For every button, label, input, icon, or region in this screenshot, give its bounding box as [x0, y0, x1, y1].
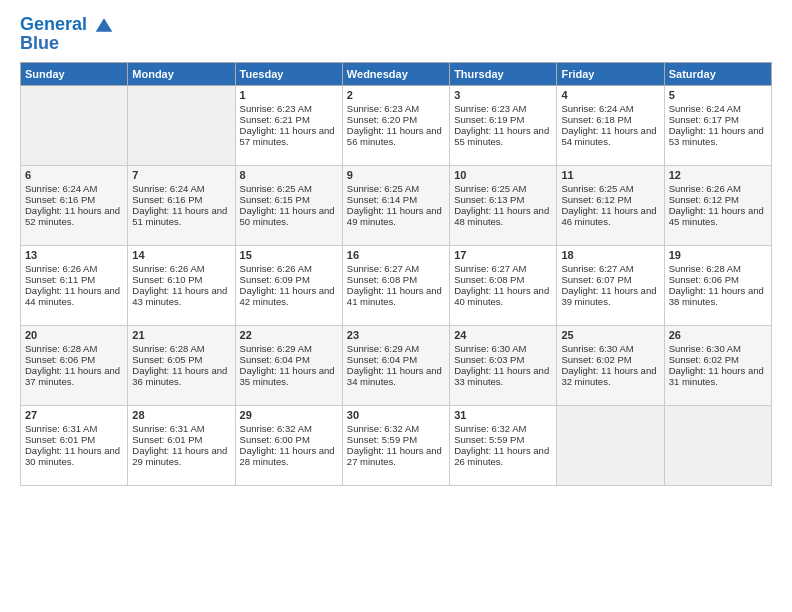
day-info: Daylight: 11 hours and 30 minutes.: [25, 445, 123, 467]
day-info: Sunset: 6:01 PM: [132, 434, 230, 445]
day-info: Sunrise: 6:26 AM: [132, 263, 230, 274]
day-info: Daylight: 11 hours and 27 minutes.: [347, 445, 445, 467]
day-info: Daylight: 11 hours and 43 minutes.: [132, 285, 230, 307]
day-number: 14: [132, 249, 230, 261]
day-number: 8: [240, 169, 338, 181]
weekday-header: Thursday: [450, 63, 557, 86]
day-number: 31: [454, 409, 552, 421]
logo-blue: Blue: [20, 33, 114, 54]
day-info: Sunrise: 6:24 AM: [669, 103, 767, 114]
day-info: Daylight: 11 hours and 35 minutes.: [240, 365, 338, 387]
calendar-cell: 23Sunrise: 6:29 AMSunset: 6:04 PMDayligh…: [342, 326, 449, 406]
calendar-header-row: SundayMondayTuesdayWednesdayThursdayFrid…: [21, 63, 772, 86]
day-info: Sunrise: 6:27 AM: [454, 263, 552, 274]
day-info: Sunrise: 6:30 AM: [561, 343, 659, 354]
day-info: Daylight: 11 hours and 36 minutes.: [132, 365, 230, 387]
day-info: Sunrise: 6:26 AM: [669, 183, 767, 194]
calendar-cell: 30Sunrise: 6:32 AMSunset: 5:59 PMDayligh…: [342, 406, 449, 486]
day-info: Sunrise: 6:32 AM: [347, 423, 445, 434]
day-info: Sunset: 6:17 PM: [669, 114, 767, 125]
day-number: 9: [347, 169, 445, 181]
day-info: Sunset: 6:01 PM: [25, 434, 123, 445]
day-info: Daylight: 11 hours and 45 minutes.: [669, 205, 767, 227]
day-info: Sunrise: 6:23 AM: [347, 103, 445, 114]
day-info: Sunset: 6:21 PM: [240, 114, 338, 125]
day-info: Sunset: 6:06 PM: [669, 274, 767, 285]
calendar-cell: 6Sunrise: 6:24 AMSunset: 6:16 PMDaylight…: [21, 166, 128, 246]
day-number: 23: [347, 329, 445, 341]
day-info: Daylight: 11 hours and 57 minutes.: [240, 125, 338, 147]
day-info: Daylight: 11 hours and 38 minutes.: [669, 285, 767, 307]
day-info: Sunset: 6:06 PM: [25, 354, 123, 365]
day-info: Daylight: 11 hours and 32 minutes.: [561, 365, 659, 387]
day-info: Daylight: 11 hours and 53 minutes.: [669, 125, 767, 147]
day-number: 6: [25, 169, 123, 181]
day-info: Daylight: 11 hours and 55 minutes.: [454, 125, 552, 147]
day-info: Sunrise: 6:25 AM: [454, 183, 552, 194]
day-info: Sunset: 6:02 PM: [669, 354, 767, 365]
day-info: Daylight: 11 hours and 33 minutes.: [454, 365, 552, 387]
weekday-header: Saturday: [664, 63, 771, 86]
day-info: Sunset: 6:04 PM: [240, 354, 338, 365]
weekday-header: Friday: [557, 63, 664, 86]
calendar-cell: 28Sunrise: 6:31 AMSunset: 6:01 PMDayligh…: [128, 406, 235, 486]
day-number: 4: [561, 89, 659, 101]
svg-marker-0: [96, 19, 113, 32]
day-info: Daylight: 11 hours and 41 minutes.: [347, 285, 445, 307]
day-info: Sunrise: 6:26 AM: [240, 263, 338, 274]
day-number: 1: [240, 89, 338, 101]
calendar-cell: 27Sunrise: 6:31 AMSunset: 6:01 PMDayligh…: [21, 406, 128, 486]
day-number: 20: [25, 329, 123, 341]
calendar-cell: 3Sunrise: 6:23 AMSunset: 6:19 PMDaylight…: [450, 86, 557, 166]
day-info: Daylight: 11 hours and 44 minutes.: [25, 285, 123, 307]
day-info: Sunset: 6:07 PM: [561, 274, 659, 285]
calendar-body: 1Sunrise: 6:23 AMSunset: 6:21 PMDaylight…: [21, 86, 772, 486]
calendar-cell: 25Sunrise: 6:30 AMSunset: 6:02 PMDayligh…: [557, 326, 664, 406]
day-info: Sunrise: 6:26 AM: [25, 263, 123, 274]
day-number: 19: [669, 249, 767, 261]
day-info: Daylight: 11 hours and 40 minutes.: [454, 285, 552, 307]
day-number: 13: [25, 249, 123, 261]
calendar-cell: [557, 406, 664, 486]
day-number: 28: [132, 409, 230, 421]
day-info: Daylight: 11 hours and 39 minutes.: [561, 285, 659, 307]
day-info: Sunrise: 6:29 AM: [240, 343, 338, 354]
day-number: 12: [669, 169, 767, 181]
day-number: 7: [132, 169, 230, 181]
day-info: Sunrise: 6:28 AM: [132, 343, 230, 354]
day-info: Sunrise: 6:27 AM: [561, 263, 659, 274]
weekday-header: Sunday: [21, 63, 128, 86]
day-info: Daylight: 11 hours and 46 minutes.: [561, 205, 659, 227]
day-info: Sunset: 6:02 PM: [561, 354, 659, 365]
calendar-cell: 14Sunrise: 6:26 AMSunset: 6:10 PMDayligh…: [128, 246, 235, 326]
day-info: Daylight: 11 hours and 26 minutes.: [454, 445, 552, 467]
day-info: Daylight: 11 hours and 42 minutes.: [240, 285, 338, 307]
calendar-cell: 13Sunrise: 6:26 AMSunset: 6:11 PMDayligh…: [21, 246, 128, 326]
calendar-cell: 11Sunrise: 6:25 AMSunset: 6:12 PMDayligh…: [557, 166, 664, 246]
day-info: Daylight: 11 hours and 56 minutes.: [347, 125, 445, 147]
calendar-cell: 16Sunrise: 6:27 AMSunset: 6:08 PMDayligh…: [342, 246, 449, 326]
day-number: 21: [132, 329, 230, 341]
calendar-cell: 8Sunrise: 6:25 AMSunset: 6:15 PMDaylight…: [235, 166, 342, 246]
day-info: Sunrise: 6:25 AM: [561, 183, 659, 194]
day-number: 29: [240, 409, 338, 421]
calendar-cell: [128, 86, 235, 166]
day-number: 24: [454, 329, 552, 341]
day-info: Sunrise: 6:25 AM: [240, 183, 338, 194]
day-info: Sunset: 6:09 PM: [240, 274, 338, 285]
calendar-cell: 10Sunrise: 6:25 AMSunset: 6:13 PMDayligh…: [450, 166, 557, 246]
day-info: Sunrise: 6:28 AM: [25, 343, 123, 354]
weekday-header: Tuesday: [235, 63, 342, 86]
day-info: Daylight: 11 hours and 54 minutes.: [561, 125, 659, 147]
day-number: 16: [347, 249, 445, 261]
day-info: Sunset: 6:11 PM: [25, 274, 123, 285]
day-info: Sunrise: 6:28 AM: [669, 263, 767, 274]
day-info: Sunset: 6:16 PM: [25, 194, 123, 205]
day-number: 17: [454, 249, 552, 261]
calendar-week-row: 6Sunrise: 6:24 AMSunset: 6:16 PMDaylight…: [21, 166, 772, 246]
calendar-cell: 7Sunrise: 6:24 AMSunset: 6:16 PMDaylight…: [128, 166, 235, 246]
day-info: Sunrise: 6:30 AM: [669, 343, 767, 354]
day-info: Sunset: 6:12 PM: [669, 194, 767, 205]
logo-text: General: [20, 15, 114, 35]
day-info: Sunrise: 6:23 AM: [454, 103, 552, 114]
